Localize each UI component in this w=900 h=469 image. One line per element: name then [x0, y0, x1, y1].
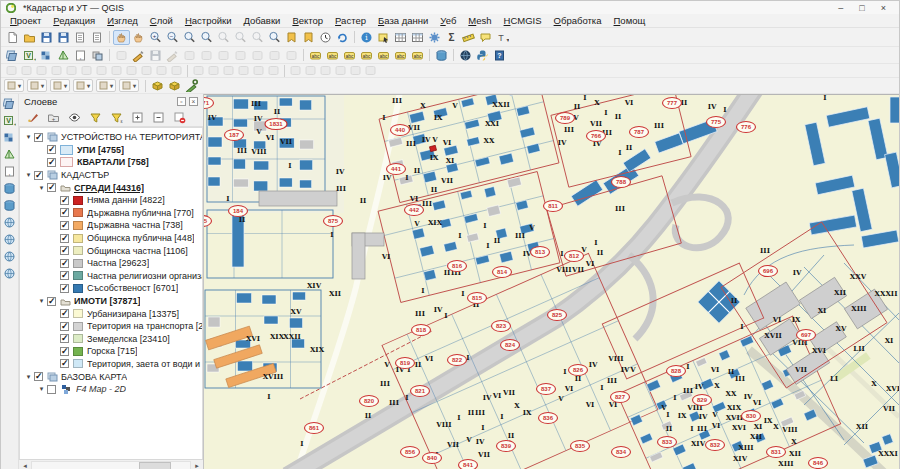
layer-tree-row-class-12[interactable]: Съсобственост [6701]	[20, 282, 202, 295]
menu-7[interactable]: Вектор	[286, 15, 329, 26]
snapping-tolerance-dropdown[interactable]: ▾	[50, 79, 70, 92]
manage-map-themes-icon[interactable]	[66, 110, 83, 125]
visibility-checkbox[interactable]	[34, 133, 43, 142]
digitizing-tool-24-icon[interactable]	[363, 65, 378, 77]
data-source-manager-icon[interactable]	[4, 48, 21, 63]
digitizing-tool-9-icon[interactable]	[124, 65, 139, 77]
expander-icon[interactable]: ▾	[36, 385, 47, 393]
digitizing-tool-10-icon[interactable]	[139, 65, 154, 77]
digitizing-tool-17-icon[interactable]	[251, 65, 266, 77]
layer-tree-row-layer-20[interactable]: ▾F4 Map - 2D	[20, 383, 202, 396]
processing-toolbox-icon[interactable]	[183, 78, 200, 93]
add-wms-layer-icon[interactable]	[2, 216, 18, 229]
undo-icon[interactable]	[266, 48, 283, 63]
menu-8[interactable]: Растер	[329, 15, 372, 26]
menu-10[interactable]: Уеб	[434, 15, 462, 26]
map-tips-icon[interactable]	[477, 30, 494, 45]
collapse-all-icon[interactable]	[150, 110, 167, 125]
visibility-checkbox[interactable]	[47, 158, 56, 167]
layer-tree-row-class-11[interactable]: Частна религиозни организации [30]	[20, 270, 202, 283]
topology-checks-dropdown[interactable]: ▾	[73, 79, 93, 92]
menu-2[interactable]: Редакция	[47, 15, 101, 26]
layer-tree-row-class-18[interactable]: Територия, заета от води и водни обе	[20, 358, 202, 371]
menu-11[interactable]: Mesh	[462, 15, 497, 26]
statistical-summary-icon[interactable]: Σ	[443, 30, 460, 45]
visibility-checkbox[interactable]	[60, 334, 69, 343]
remove-layer-icon[interactable]	[171, 110, 188, 125]
zoom-last-icon[interactable]	[249, 30, 266, 45]
change-label-icon[interactable]: abc	[409, 48, 426, 63]
zoom-to-selection-icon[interactable]	[215, 30, 232, 45]
rotate-label-icon[interactable]: abc	[392, 48, 409, 63]
move-label-icon[interactable]: abc	[375, 48, 392, 63]
data-source-manager-icon[interactable]	[2, 97, 18, 110]
digitizing-tool-22-icon[interactable]	[333, 65, 348, 77]
menu-14[interactable]: Помощ	[608, 15, 652, 26]
copy-features-icon[interactable]	[232, 48, 249, 63]
digitizing-tool-6-icon[interactable]	[79, 65, 94, 77]
python-console-icon[interactable]	[474, 48, 491, 63]
layer-tree-row-class-16[interactable]: Земеделска [23410]	[20, 333, 202, 346]
layer-tree-row-group-0[interactable]: ▾УСТРОЙСТВО НА ТЕРИТОРИЯТА	[20, 131, 202, 144]
layer-tree-row-class-17[interactable]: Горска [715]	[20, 345, 202, 358]
vertex-tool-icon[interactable]	[164, 48, 181, 63]
new-project-icon[interactable]	[4, 30, 21, 45]
save-layer-edits-icon[interactable]	[147, 48, 164, 63]
add-wfs-layer-icon[interactable]	[2, 233, 18, 246]
minimize-button[interactable]: –	[838, 3, 843, 13]
layer-tree-row-group-3[interactable]: ▾КАДАСТЪР	[20, 169, 202, 182]
expander-icon[interactable]: ▾	[23, 133, 34, 141]
visibility-checkbox[interactable]	[60, 309, 69, 318]
menu-4[interactable]: Слой	[144, 15, 179, 26]
save-project-as-icon[interactable]	[55, 30, 72, 45]
digitizing-tool-7-icon[interactable]	[94, 65, 109, 77]
maximize-button[interactable]: □	[859, 3, 864, 13]
scroll-left-arrow[interactable]: ◂	[19, 462, 31, 469]
add-xyz-layer-icon[interactable]	[2, 267, 18, 280]
layer-tree-row-class-5[interactable]: Няма данни [4822]	[20, 194, 202, 207]
menu-6[interactable]: Добавки	[238, 15, 287, 26]
visibility-checkbox[interactable]	[47, 183, 56, 192]
temporal-controller-icon[interactable]	[317, 30, 334, 45]
digitizing-tool-20-icon[interactable]	[303, 65, 318, 77]
layer-tree-row-layer-2[interactable]: КВАРТАЛИ [758]	[20, 156, 202, 169]
layer-tree-row-class-7[interactable]: Държавна частна [738]	[20, 219, 202, 232]
layer-labeling-icon[interactable]: abc	[307, 48, 324, 63]
copy-layout-icon[interactable]	[72, 30, 89, 45]
visibility-checkbox[interactable]	[60, 234, 69, 243]
layer-tree-row-parent-4[interactable]: ▾СГРАДИ [44316]	[20, 181, 202, 194]
layer-tree-row-class-8[interactable]: Общинска публична [448]	[20, 232, 202, 245]
plugin-package-1-icon[interactable]	[149, 78, 166, 93]
layer-tree-row-group-19[interactable]: ▾БАЗОВА КАРТА	[20, 370, 202, 383]
add-mesh-layer-icon[interactable]	[2, 148, 18, 161]
panel-close-button[interactable]: ×	[189, 97, 198, 106]
identify-features-icon[interactable]: i	[358, 30, 375, 45]
add-raster-layer-icon[interactable]	[38, 48, 55, 63]
menu-1[interactable]: Проект	[4, 15, 47, 26]
pan-to-selection-icon[interactable]	[130, 30, 147, 45]
digitizing-tool-18-icon[interactable]	[266, 65, 281, 77]
expander-icon[interactable]: ▾	[23, 171, 34, 179]
menu-12[interactable]: HCMGIS	[498, 15, 548, 26]
processing-options-icon[interactable]	[426, 30, 443, 45]
digitizing-tool-8-icon[interactable]	[109, 65, 124, 77]
add-vector-layer-icon[interactable]: V+	[2, 114, 18, 127]
project-properties-icon[interactable]	[89, 30, 106, 45]
visibility-checkbox[interactable]	[60, 359, 69, 368]
visibility-checkbox[interactable]	[60, 196, 69, 205]
layer-tree-row-parent-13[interactable]: ▾ИМОТИ [37871]	[20, 295, 202, 308]
measure-line-icon[interactable]	[460, 30, 477, 45]
digitizing-tool-19-icon[interactable]	[288, 65, 303, 77]
digitizing-tool-3-icon[interactable]	[34, 65, 49, 77]
zoom-out-icon[interactable]: −	[164, 30, 181, 45]
menu-13[interactable]: Обработка	[548, 15, 608, 26]
digitizing-tool-11-icon[interactable]	[154, 65, 169, 77]
layer-tree-row-layer-1[interactable]: УПИ [4755]	[20, 144, 202, 157]
pan-map-icon[interactable]	[113, 30, 130, 45]
visibility-checkbox[interactable]	[60, 347, 69, 356]
highlight-labels-icon[interactable]: abc	[358, 48, 375, 63]
visibility-checkbox[interactable]	[60, 221, 69, 230]
layer-tree-row-class-14[interactable]: Урбанизирана [13375]	[20, 307, 202, 320]
db-manager-icon[interactable]	[433, 48, 450, 63]
digitizing-tool-2-icon[interactable]	[19, 65, 34, 77]
